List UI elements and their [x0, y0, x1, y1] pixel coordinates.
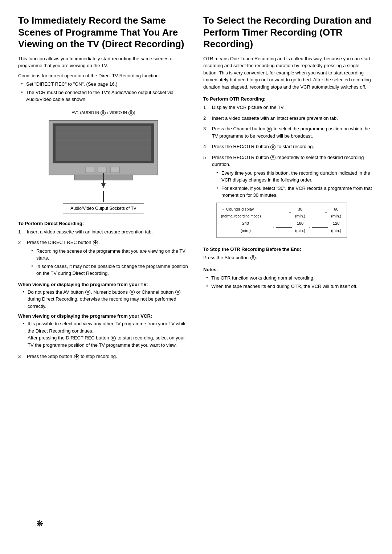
direct-steps-list: 1 Insert a video cassette with an intact… — [18, 228, 189, 278]
svg-marker-12 — [101, 183, 106, 188]
otr-diagram: → Counter display(normal recording mode)… — [216, 203, 347, 238]
tv-diagram-area: AV1 (AUDIO IN ⊕ / VIDEO IN ⊕) — [18, 110, 189, 213]
when-vcr-item-1: It is possible to select and view any ot… — [23, 320, 189, 349]
ch-btn-icon: ⊕ — [267, 127, 272, 132]
audio-video-box: Audio/Video Output Sockets of TV — [63, 203, 144, 213]
notes-list: The OTR function works during normal rec… — [203, 274, 374, 290]
av-label: AV1 (AUDIO IN ⊕ / VIDEO IN ⊕) — [18, 110, 189, 115]
otr-num-4: 4 — [203, 143, 209, 150]
otr-step-3-text: Press the Channel button ⊕ to select the… — [212, 125, 374, 139]
otr-arrow-4: ←———— — [306, 220, 330, 235]
otr-num-5: 5 — [203, 154, 209, 241]
otr-step-1: 1 Display the VCR picture on the TV. — [203, 104, 374, 111]
otr-step-5-text: Press the REC/OTR button ⊕ repeatedly to… — [212, 155, 364, 167]
otr-counter-label: → Counter display(normal recording mode) — [221, 206, 270, 220]
step-3-text: Press the Stop button ⊕ to stop recordin… — [27, 353, 117, 360]
connector-line — [45, 191, 162, 202]
direct-step-1: 1 Insert a video cassette with an intact… — [18, 228, 189, 236]
otr-sub-1: Every time you press this button, the re… — [216, 170, 374, 184]
conditions-list: Set "DIRECT REC" to "ON". (See page 16.)… — [18, 81, 189, 103]
otr-val-30: 30(min.) — [294, 206, 306, 220]
main-content: To Immediately Record the Same Scenes of… — [18, 15, 374, 364]
when-tv-item-1: Do not press the AV button ⊕, Numeric bu… — [23, 289, 189, 310]
left-intro: This function allows you to immediately … — [18, 55, 189, 69]
otr-arrow-3: ←———— — [270, 220, 294, 235]
when-vcr-heading: When viewing or displaying the programme… — [18, 313, 189, 319]
stop-otr-section: To Stop the OTR Recording Before the End… — [203, 247, 374, 261]
stop-btn-icon: ⊕ — [74, 354, 79, 359]
svg-rect-9 — [98, 167, 107, 173]
when-vcr-list: It is possible to select and view any ot… — [18, 320, 189, 349]
svg-rect-8 — [85, 167, 94, 173]
note-2: When the tape reaches its end during OTR… — [206, 283, 374, 290]
otr-sub-2: For example, if you select "30", the VCR… — [216, 185, 374, 199]
stop-otr-heading: To Stop the OTR Recording Before the End… — [203, 247, 374, 252]
notes-section: Notes: The OTR function works during nor… — [203, 267, 374, 290]
perform-otr-heading: To Perform OTR Recording: — [203, 96, 374, 102]
otr-arrow-1: ————→ — [270, 206, 294, 220]
otr-row-2: 240(min.) ←———— 180(min.) ←———— 120(min.… — [221, 220, 342, 235]
otr-row-1: → Counter display(normal recording mode)… — [221, 206, 342, 220]
otr-arrow-2: ————→ — [306, 206, 330, 220]
direct-step-2: 2 Press the DIRECT REC button ⊕. Recordi… — [18, 239, 189, 278]
right-column: To Select the Recording Duration and Per… — [203, 15, 374, 364]
conditions-title: Conditions for correct operation of the … — [18, 72, 189, 80]
when-tv-heading: When viewing or displaying the programme… — [18, 282, 189, 287]
otr-val-60: 60(min.) — [330, 206, 342, 220]
condition-item-2: The VCR must be connected to the TV's Au… — [21, 89, 189, 103]
cable-connection — [18, 191, 189, 203]
rec-otr-icon-2: ⊕ — [270, 155, 275, 160]
step-num-1: 1 — [18, 228, 24, 236]
audio-video-label: Audio/Video Output Sockets of TV — [70, 206, 136, 211]
condition-item-1: Set "DIRECT REC" to "ON". (See page 16.) — [21, 81, 189, 88]
otr-num-2: 2 — [203, 115, 209, 122]
stop-otr-text: Press the Stop button ⊕. — [203, 254, 374, 261]
otr-section: To Perform OTR Recording: 1 Display the … — [203, 96, 374, 241]
direct-step-3: 3 Press the Stop button ⊕ to stop record… — [18, 353, 189, 360]
stop-otr-icon: ⊕ — [250, 255, 256, 260]
otr-step-5: 5 Press the REC/OTR button ⊕ repeatedly … — [203, 154, 374, 241]
otr-val-120: 120(min.) — [330, 220, 342, 235]
step-2-content: Press the DIRECT REC button ⊕. Recording… — [27, 239, 189, 278]
channel-btn-icon: ⊕ — [175, 290, 180, 295]
step-2-sub-2: In some cases, it may not be possible to… — [31, 263, 189, 277]
page: To Immediately Record the Same Scenes of… — [18, 15, 374, 539]
svg-rect-10 — [111, 167, 119, 173]
video-icon: ⊕ — [128, 110, 134, 115]
notes-heading: Notes: — [203, 267, 374, 272]
left-column: To Immediately Record the Same Scenes of… — [18, 15, 189, 364]
direct-rec-icon-2: ⊕ — [111, 336, 116, 341]
tv-diagram-svg — [45, 117, 162, 193]
otr-steps-list: 1 Display the VCR picture on the TV. 2 I… — [203, 104, 374, 241]
note-1: The OTR function works during normal rec… — [206, 274, 374, 282]
svg-rect-2 — [56, 126, 151, 161]
direct-rec-icon: ⊕ — [93, 240, 98, 245]
right-title: To Select the Recording Duration and Per… — [203, 15, 374, 50]
step-2-sub: Recording the scenes of the programme th… — [27, 248, 189, 277]
perform-direct-heading: To Perform Direct Recording: — [18, 221, 189, 226]
rec-otr-icon-1: ⊕ — [270, 144, 275, 150]
otr-val-180: 180(min.) — [294, 220, 306, 235]
left-title: To Immediately Record the Same Scenes of… — [18, 15, 189, 50]
otr-step-3: 3 Press the Channel button ⊕ to select t… — [203, 125, 374, 139]
otr-num-1: 1 — [203, 104, 209, 111]
otr-diagram-table: → Counter display(normal recording mode)… — [221, 206, 342, 235]
otr-step-1-text: Display the VCR picture on the TV. — [212, 104, 285, 111]
otr-step-2-text: Insert a video cassette with an intact e… — [212, 115, 338, 122]
step-num-2: 2 — [18, 239, 24, 278]
av-btn-icon: ⊕ — [85, 290, 90, 295]
otr-step-4: 4 Press the REC/OTR button ⊕ to start re… — [203, 143, 374, 150]
otr-val-240: 240(min.) — [221, 220, 270, 235]
step-num-3: 3 — [18, 353, 24, 360]
audio-icon: ⊕ — [101, 110, 106, 115]
footer-logo: ❊ — [36, 519, 43, 529]
step-3-list: 3 Press the Stop button ⊕ to stop record… — [18, 353, 189, 360]
when-tv-list: Do not press the AV button ⊕, Numeric bu… — [18, 289, 189, 310]
otr-step-4-text: Press the REC/OTR button ⊕ to start reco… — [212, 143, 314, 150]
step-2-sub-1: Recording the scenes of the programme th… — [31, 248, 189, 262]
otr-step-5-sub: Every time you press this button, the re… — [212, 170, 374, 199]
step-1-text: Insert a video cassette with an intact e… — [27, 228, 153, 236]
otr-step-5-content: Press the REC/OTR button ⊕ repeatedly to… — [212, 154, 374, 241]
numeric-btn-icon: ⊕ — [130, 290, 135, 295]
otr-step-2: 2 Insert a video cassette with an intact… — [203, 115, 374, 122]
